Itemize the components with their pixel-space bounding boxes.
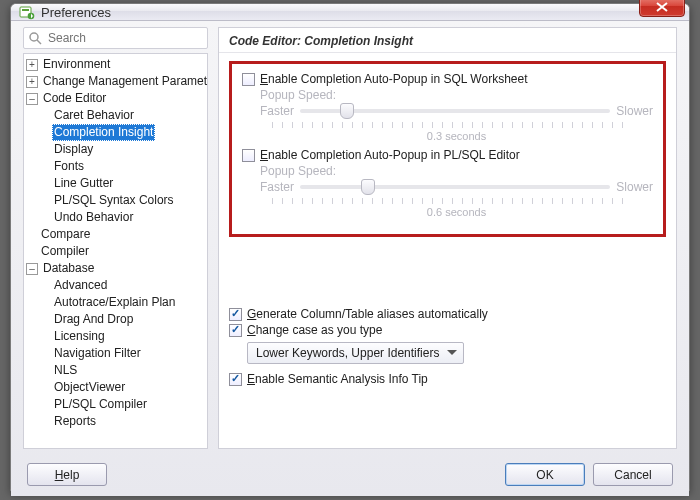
tree-item-label: Line Gutter	[52, 175, 115, 192]
tree-item-label: Completion Insight	[52, 124, 155, 141]
tree-item-label: Undo Behavior	[52, 209, 135, 226]
tree-item[interactable]: +Environment	[26, 56, 207, 73]
tree-item-label: Fonts	[52, 158, 86, 175]
section-title: Code Editor: Completion Insight	[219, 28, 676, 53]
cancel-button[interactable]: Cancel	[593, 463, 673, 486]
tree-item-label: ObjectViewer	[52, 379, 127, 396]
tree-item[interactable]: Navigation Filter	[26, 345, 207, 362]
tree-item[interactable]: Fonts	[26, 158, 207, 175]
chevron-down-icon	[445, 346, 459, 360]
tree-item-label: Compiler	[39, 243, 91, 260]
left-pane: +Environment+Change Management Parameter…	[23, 27, 208, 449]
tree-item[interactable]: Completion Insight	[26, 124, 207, 141]
search-input[interactable]	[46, 30, 203, 46]
tree-item-label: Display	[52, 141, 95, 158]
tree-item[interactable]: –Code Editor	[26, 90, 207, 107]
close-button[interactable]	[639, 0, 685, 17]
tree-item-label: Reports	[52, 413, 98, 430]
expand-icon[interactable]: +	[26, 59, 38, 71]
checkbox-icon	[229, 324, 242, 337]
popup2-speed-label: Popup Speed:	[260, 164, 653, 178]
dialog-body: +Environment+Change Management Parameter…	[11, 21, 689, 496]
checkbox-icon	[229, 308, 242, 321]
tree-item-label: Navigation Filter	[52, 345, 143, 362]
tree-item[interactable]: PL/SQL Syntax Colors	[26, 192, 207, 209]
select-value: Lower Keywords, Upper Identifiers	[256, 346, 439, 360]
search-field[interactable]	[23, 27, 208, 49]
tree-item[interactable]: +Change Management Parameters	[26, 73, 207, 90]
tree-item[interactable]: ObjectViewer	[26, 379, 207, 396]
app-icon	[19, 4, 35, 20]
tree-item[interactable]: Reports	[26, 413, 207, 430]
checkbox-icon	[229, 373, 242, 386]
tree-item-label: Caret Behavior	[52, 107, 136, 124]
tree-item-label: Database	[41, 260, 96, 277]
tree-hscrollbar[interactable]	[24, 448, 207, 449]
window-title: Preferences	[41, 5, 633, 20]
collapse-icon[interactable]: –	[26, 263, 38, 275]
tree-item[interactable]: Caret Behavior	[26, 107, 207, 124]
right-pane: Code Editor: Completion Insight Enable C…	[218, 27, 677, 449]
tree-item[interactable]: –Database	[26, 260, 207, 277]
tree-item[interactable]: Autotrace/Explain Plan	[26, 294, 207, 311]
generate-aliases-checkbox[interactable]: Generate Column/Table aliases automatica…	[229, 307, 666, 321]
tree-item-label: Autotrace/Explain Plan	[52, 294, 177, 311]
enable-plsql-popup-checkbox[interactable]: Enable Completion Auto-Popup in PL/SQL E…	[242, 148, 653, 162]
collapse-icon[interactable]: –	[26, 93, 38, 105]
popup1-speed-label: Popup Speed:	[260, 88, 653, 102]
tree-item-label: Change Management Parameters	[41, 73, 207, 90]
checkbox-icon	[242, 149, 255, 162]
tree-item[interactable]: Compare	[26, 226, 207, 243]
nav-tree: +Environment+Change Management Parameter…	[23, 53, 208, 449]
tree-item-label: Compare	[39, 226, 92, 243]
svg-line-4	[37, 40, 41, 44]
tree-item-label: Drag And Drop	[52, 311, 135, 328]
popup2-seconds: 0.6 seconds	[260, 206, 653, 218]
tree-item[interactable]: Display	[26, 141, 207, 158]
popup1-slider[interactable]: Faster Slower	[260, 104, 653, 118]
tree-item-label: Environment	[41, 56, 112, 73]
help-button[interactable]: HHelpelp	[27, 463, 107, 486]
checkbox-icon	[242, 73, 255, 86]
tree-item[interactable]: Advanced	[26, 277, 207, 294]
preferences-window: Preferences +Environment+Change Manageme…	[10, 3, 690, 493]
tree-item-label: NLS	[52, 362, 79, 379]
semantic-tip-checkbox[interactable]: Enable Semantic Analysis Info Tip	[229, 372, 666, 386]
tree-item[interactable]: Compiler	[26, 243, 207, 260]
nav-tree-scroll[interactable]: +Environment+Change Management Parameter…	[24, 54, 207, 448]
svg-point-3	[30, 33, 38, 41]
titlebar[interactable]: Preferences	[11, 4, 689, 21]
tree-item[interactable]: Drag And Drop	[26, 311, 207, 328]
tree-item-label: PL/SQL Syntax Colors	[52, 192, 176, 209]
tree-item-label: PL/SQL Compiler	[52, 396, 149, 413]
popup2-slider[interactable]: Faster Slower	[260, 180, 653, 194]
tree-item-label: Licensing	[52, 328, 107, 345]
tree-item[interactable]: PL/SQL Compiler	[26, 396, 207, 413]
enable-sql-popup-checkbox[interactable]: Enable Completion Auto-Popup in SQL Work…	[242, 72, 653, 86]
dialog-footer: HHelpelp OK Cancel	[23, 457, 677, 486]
expand-icon[interactable]: +	[26, 76, 38, 88]
tree-item[interactable]: Licensing	[26, 328, 207, 345]
tree-item-label: Advanced	[52, 277, 109, 294]
svg-rect-1	[22, 9, 29, 11]
change-case-checkbox[interactable]: Change case as you type	[229, 323, 666, 337]
highlight-box: Enable Completion Auto-Popup in SQL Work…	[229, 61, 666, 237]
tree-item[interactable]: Undo Behavior	[26, 209, 207, 226]
ok-button[interactable]: OK	[505, 463, 585, 486]
tree-item[interactable]: Line Gutter	[26, 175, 207, 192]
tree-item[interactable]: NLS	[26, 362, 207, 379]
popup1-seconds: 0.3 seconds	[260, 130, 653, 142]
case-mode-select[interactable]: Lower Keywords, Upper Identifiers	[247, 342, 464, 364]
search-icon	[28, 31, 42, 45]
tree-item-label: Code Editor	[41, 90, 108, 107]
